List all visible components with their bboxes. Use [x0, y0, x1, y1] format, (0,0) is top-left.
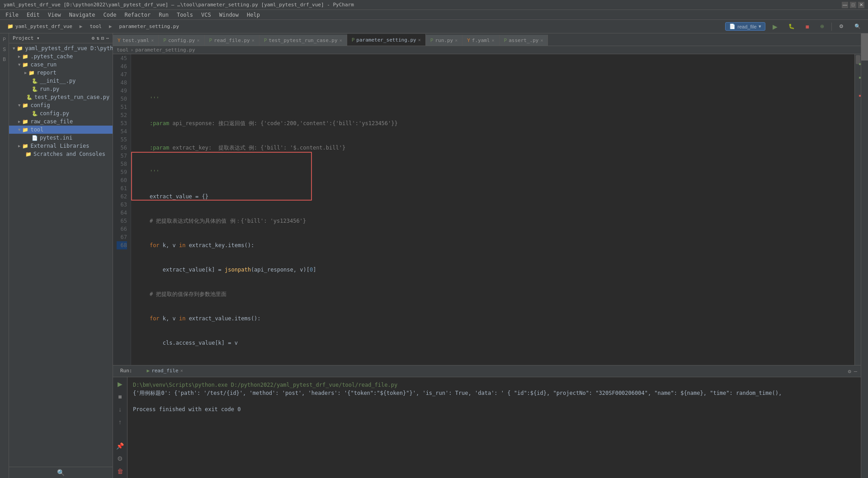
project-panel-toggle[interactable]: P: [0, 35, 9, 43]
file-path-label[interactable]: parameter_setting.py: [116, 23, 183, 30]
close-tab-icon[interactable]: ×: [252, 38, 255, 43]
tree-scratches[interactable]: 📁 Scratches and Consoles: [9, 150, 113, 158]
breadcrumb-file[interactable]: parameter_setting.py: [135, 47, 195, 53]
structure-toggle[interactable]: S: [0, 45, 9, 53]
tree-item-label: run.py: [40, 86, 59, 92]
tab-assert-py[interactable]: P assert_.py ×: [500, 35, 548, 46]
tree-config-py[interactable]: 🐍 config.py: [9, 109, 113, 117]
close-tab-icon[interactable]: ×: [340, 38, 342, 43]
run-icon: ▶: [147, 368, 150, 374]
tree-init-py[interactable]: 🐍 __init__.py: [9, 77, 113, 85]
menu-edit[interactable]: Edit: [23, 11, 43, 19]
left-icon-panel: P S B: [0, 33, 9, 478]
close-tab-icon[interactable]: ×: [492, 38, 495, 43]
run-minimize-icon[interactable]: —: [854, 368, 857, 375]
tree-arrow-icon: ▼: [13, 46, 15, 51]
settings-button[interactable]: ⚙: [835, 23, 847, 30]
menu-vcs[interactable]: VCS: [198, 11, 215, 19]
tree-item-label: yaml_pytest_drf_vue D:\python2022: [25, 45, 113, 52]
scroll-end-button[interactable]: ↓: [115, 404, 125, 414]
tab-test-pytest-run[interactable]: P test_pytest_run_case.py ×: [259, 35, 347, 46]
close-run-tab-icon[interactable]: ×: [180, 368, 183, 373]
menu-file[interactable]: File: [2, 11, 22, 19]
tab-f-yaml[interactable]: Y f.yaml ×: [462, 35, 499, 46]
tab-config-py[interactable]: P config.py ×: [159, 35, 204, 46]
menu-tools[interactable]: Tools: [173, 11, 197, 19]
pin-button[interactable]: 📌: [115, 441, 125, 451]
run-tab-readfile[interactable]: ▶ read_file ×: [143, 367, 187, 375]
tree-item-label: case_run: [30, 61, 57, 68]
collapse-icon[interactable]: ⊟: [101, 35, 104, 41]
tree-arrow-icon: ▶: [18, 54, 20, 59]
bookmark-toggle[interactable]: B: [0, 55, 9, 63]
tree-run-py[interactable]: 🐍 run.py: [9, 85, 113, 93]
menu-view[interactable]: View: [44, 11, 65, 19]
close-tab-icon[interactable]: ×: [151, 38, 154, 43]
run-button[interactable]: ▶: [769, 22, 781, 31]
run-tab-label: Run:: [117, 367, 136, 375]
project-label: Project ▾: [13, 35, 40, 41]
debug-icon: 🐛: [788, 23, 795, 29]
tree-external-libs[interactable]: ▶ 📁 External Libraries: [9, 142, 113, 150]
project-path-label[interactable]: 📁 yaml_pytest_drf_vue: [4, 23, 76, 30]
maximize-button[interactable]: □: [850, 2, 856, 8]
run-output-line1: {'用例标题0': {'path': '/test/{id}', 'method…: [133, 389, 855, 397]
tab-test-yaml[interactable]: Y test.yaml ×: [113, 35, 159, 46]
run-file-button[interactable]: 📄 read_file ▾: [725, 22, 765, 31]
tree-root[interactable]: ▼ 📁 yaml_pytest_drf_vue D:\python2022: [9, 44, 113, 52]
tab-bar: Y test.yaml × P config.py × P read_file.…: [113, 33, 861, 46]
tree-report[interactable]: ▶ 📁 report: [9, 69, 113, 77]
main-layout: P S B Project ▾ ⚙ ⇅ ⊟ ⋯ ▼ 📁 yaml_pytest_…: [0, 33, 868, 478]
right-scrollbar-thumb[interactable]: [861, 33, 868, 61]
menu-code[interactable]: Code: [100, 11, 120, 19]
tab-read-file[interactable]: P read_file.py ×: [205, 35, 259, 46]
settings2-icon[interactable]: ⋯: [106, 35, 109, 41]
minimize-button[interactable]: —: [842, 2, 848, 8]
tree-pytest-ini[interactable]: 📄 pytest.ini: [9, 134, 113, 142]
search-button[interactable]: 🔍: [851, 23, 864, 30]
tree-case-run[interactable]: ▼ 📁 case_run: [9, 61, 113, 69]
close-tab-icon[interactable]: ×: [455, 38, 458, 43]
stop-button[interactable]: ■: [802, 22, 813, 31]
tree-config[interactable]: ▼ 📁 config: [9, 101, 113, 109]
search-icon: 🔍: [854, 23, 861, 29]
menu-navigate[interactable]: Navigate: [66, 11, 99, 19]
menu-window[interactable]: Window: [216, 11, 242, 19]
code-text[interactable]: ''' :param api_response: 接口返回值 例: {'code…: [131, 54, 854, 365]
stop-run-button[interactable]: ■: [115, 392, 125, 402]
run-settings-icon[interactable]: ⚙: [848, 368, 851, 375]
close-button[interactable]: ✕: [858, 2, 864, 8]
run-panel-header: Run: ▶ read_file × ⚙ —: [113, 366, 861, 377]
gear-icon[interactable]: ⚙: [92, 35, 95, 41]
tree-test-pytest[interactable]: 🐍 test_pytest_run_case.py: [9, 93, 113, 101]
tree-pytest-cache[interactable]: ▶ 📁 .pytest_cache: [9, 52, 113, 61]
menu-refactor[interactable]: Refactor: [121, 11, 154, 19]
code-line-54: for k, v in extract_value.items():: [137, 314, 849, 323]
settings-run-button[interactable]: ⚙: [115, 454, 125, 464]
settings-icon: ⚙: [839, 23, 844, 29]
tool-path-label[interactable]: tool: [86, 23, 105, 30]
py-file-icon: P: [430, 37, 434, 43]
py-file-icon: P: [504, 37, 507, 43]
debug-button[interactable]: 🐛: [785, 23, 798, 30]
editor-scrollbar[interactable]: [854, 54, 861, 365]
tab-parameter-setting[interactable]: P parameter_setting.py ×: [347, 34, 426, 46]
close-tab-icon[interactable]: ×: [540, 38, 543, 43]
sidebar-search[interactable]: 🔍: [9, 467, 113, 478]
close-run-button[interactable]: 🗑: [115, 466, 125, 476]
close-tab-icon[interactable]: ×: [418, 37, 421, 42]
tree-tool[interactable]: ▼ 📁 tool: [9, 126, 113, 134]
menu-run[interactable]: Run: [155, 11, 172, 19]
folder-icon: 📁: [22, 103, 28, 108]
editor-scroll-area[interactable]: 45 46 47 48 49 50 51 52 53 54 55 56 57 5…: [113, 54, 861, 365]
rerun-button[interactable]: ▶: [115, 379, 125, 389]
menu-help[interactable]: Help: [243, 11, 264, 19]
tab-run-py[interactable]: P run.py ×: [426, 35, 462, 46]
coverage-button[interactable]: ⊕: [816, 23, 828, 30]
sort-icon[interactable]: ⇅: [96, 35, 99, 41]
breadcrumb-tool[interactable]: tool: [117, 47, 129, 53]
line-numbers: 45 46 47 48 49 50 51 52 53 54 55 56 57 5…: [113, 54, 131, 365]
scroll-top-button[interactable]: ↑: [115, 417, 125, 427]
tree-raw-case[interactable]: ▶ 📁 raw_case_file: [9, 117, 113, 126]
close-tab-icon[interactable]: ×: [197, 38, 200, 43]
